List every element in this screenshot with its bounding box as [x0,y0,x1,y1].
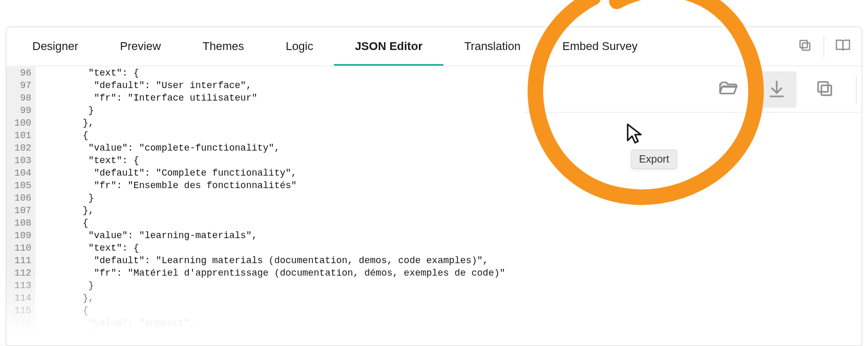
svg-rect-1 [800,41,807,48]
tab-embed-survey[interactable]: Embed Survey [541,27,658,66]
editor-area: 9697989910010110210310410510610710810911… [6,67,862,345]
tabbar: Designer Preview Themes Logic JSON Edito… [6,27,862,66]
tab-preview[interactable]: Preview [99,27,182,66]
line-gutter: 9697989910010110210310410510610710810911… [6,67,35,345]
editor-toolbar [523,67,862,113]
tab-designer[interactable]: Designer [11,27,99,66]
separator [856,76,857,103]
tab-translation[interactable]: Translation [443,27,541,66]
copy-icon [798,38,812,55]
svg-rect-5 [818,82,828,92]
tab-logic[interactable]: Logic [265,27,334,66]
svg-rect-4 [822,85,831,95]
tabbar-copy-button[interactable] [786,27,824,66]
code-content[interactable]: "text": { "default": "User interface", "… [35,67,505,345]
book-open-icon [835,38,851,55]
export-tooltip: Export [631,150,677,169]
tabbar-book-button[interactable] [824,27,862,66]
toolbar-open-button[interactable] [709,71,749,108]
tab-themes[interactable]: Themes [182,27,264,66]
toolbar-copy-button[interactable] [805,71,845,108]
svg-rect-0 [802,43,810,50]
tab-json-editor[interactable]: JSON Editor [334,27,443,66]
toolbar-export-button[interactable] [757,71,797,108]
app-shell: Designer Preview Themes Logic JSON Edito… [6,27,862,346]
download-icon [766,78,787,101]
folder-open-icon [718,78,739,101]
copy-icon [815,79,835,101]
